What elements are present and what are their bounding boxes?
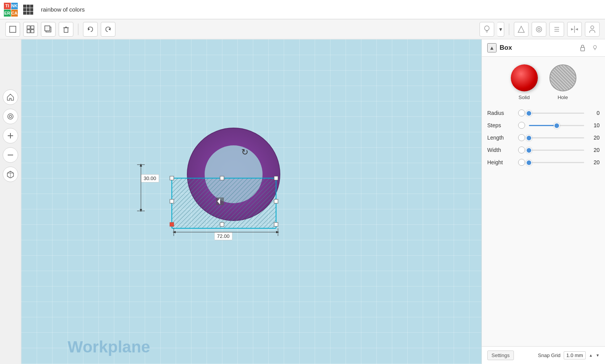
box-svg (168, 170, 280, 232)
prop-row-height: Height 20 (487, 159, 600, 166)
import-button[interactable] (23, 22, 38, 37)
svg-rect-1 (27, 5, 30, 8)
logo-ti: TI (4, 3, 11, 10)
prop-track-height[interactable] (529, 162, 584, 163)
svg-rect-6 (23, 12, 26, 15)
prop-row-steps: Steps 10 (487, 122, 600, 129)
prop-circle-length[interactable] (518, 134, 525, 141)
prop-row-radius: Radius 0 (487, 110, 600, 116)
snap-grid-down-arrow[interactable]: ▼ (596, 353, 600, 357)
svg-rect-35 (9, 115, 12, 118)
snap-grid-up-arrow[interactable]: ▲ (589, 353, 593, 357)
prop-track-steps[interactable] (529, 125, 584, 126)
prop-value-length: 20 (588, 135, 600, 141)
shape-tool-button[interactable] (514, 22, 529, 37)
svg-point-67 (593, 46, 597, 49)
type-selector: Solid Hole (482, 57, 605, 104)
panel-bottom: Settings Snap Grid 1.0 mm ▲ ▼ (482, 346, 605, 364)
svg-marker-24 (518, 26, 524, 32)
prop-circle-height[interactable] (518, 159, 525, 166)
solid-option[interactable]: Solid (511, 64, 538, 100)
add-button[interactable] (3, 128, 18, 143)
workplane-label: Workplane (68, 338, 150, 356)
svg-rect-13 (31, 30, 34, 33)
object-container[interactable]: ↻ 30.00 72.00 (153, 124, 276, 232)
svg-rect-9 (10, 26, 16, 32)
svg-marker-59 (140, 163, 142, 167)
panel-collapse-button[interactable]: ▲ (487, 43, 497, 52)
right-panel: ▲ Box Solid Hole Radius (481, 39, 605, 364)
solid-label: Solid (519, 94, 530, 100)
svg-rect-12 (27, 30, 30, 33)
svg-marker-20 (108, 28, 110, 30)
prop-track-length[interactable] (529, 137, 584, 138)
cube-button[interactable] (3, 167, 18, 182)
lightbulb-button[interactable] (480, 22, 494, 37)
app-title: rainbow of colors (41, 6, 85, 13)
subtract-button[interactable] (3, 147, 18, 163)
hole-label: Hole (558, 94, 568, 100)
prop-circle-steps[interactable] (518, 122, 525, 129)
hole-circle (549, 64, 576, 91)
svg-rect-16 (64, 28, 68, 32)
mirror-button[interactable] (567, 22, 582, 37)
svg-rect-2 (30, 5, 33, 8)
delete-button[interactable] (59, 22, 73, 37)
settings-button[interactable]: Settings (487, 351, 514, 360)
prop-track-radius[interactable] (529, 113, 584, 114)
prop-track-width[interactable] (529, 150, 584, 151)
prop-label-width: Width (487, 147, 514, 153)
circle-tool-button[interactable] (532, 22, 546, 37)
app-logo: TI NK ER CA (4, 3, 18, 17)
select-button[interactable] (3, 109, 18, 124)
panel-title: Box (500, 44, 575, 52)
new-button[interactable] (5, 22, 20, 37)
toolbar-separator-2 (509, 24, 509, 35)
panel-lock-icon[interactable] (578, 43, 587, 52)
svg-marker-64 (173, 231, 176, 233)
svg-rect-50 (274, 199, 278, 203)
svg-point-26 (538, 28, 540, 30)
prop-label-radius: Radius (487, 110, 514, 116)
svg-marker-32 (575, 28, 578, 30)
toolbar-right: ▾ (480, 22, 600, 37)
svg-rect-3 (23, 8, 26, 11)
prop-label-height: Height (487, 159, 514, 165)
svg-rect-8 (30, 12, 33, 15)
snap-grid-label: Snap Grid (538, 352, 561, 358)
properties-container: Radius 0 Steps 10 Length 20 Widt (482, 104, 605, 171)
canvas-area[interactable]: ↻ 30.00 72.00 Workplane (21, 39, 481, 364)
prop-circle-width[interactable] (518, 147, 525, 153)
panel-light-icon[interactable] (590, 43, 600, 52)
prop-circle-radius[interactable] (518, 110, 525, 116)
svg-rect-4 (27, 8, 30, 11)
hole-option[interactable]: Hole (549, 64, 576, 100)
prop-value-radius: 0 (588, 110, 600, 116)
rotation-handle[interactable]: ↻ (241, 147, 248, 157)
logo-er: ER (4, 10, 11, 17)
grid-icon (22, 4, 34, 15)
svg-rect-66 (581, 47, 585, 51)
svg-rect-7 (27, 12, 30, 15)
align-button[interactable] (549, 22, 564, 37)
prop-label-length: Length (487, 135, 514, 141)
undo-button[interactable] (83, 22, 98, 37)
person-button[interactable] (585, 22, 600, 37)
prop-row-length: Length 20 (487, 134, 600, 141)
svg-rect-47 (220, 176, 224, 180)
top-bar: TI NK ER CA rainbow of colors (0, 0, 605, 19)
prop-value-width: 20 (588, 147, 600, 153)
svg-rect-34 (8, 114, 13, 119)
redo-button[interactable] (101, 22, 115, 37)
duplicate-button[interactable] (41, 22, 56, 37)
prop-row-width: Width 20 (487, 147, 600, 153)
svg-point-21 (485, 26, 489, 30)
lightbulb-dropdown[interactable]: ▾ (497, 22, 504, 37)
svg-point-25 (536, 27, 542, 32)
snap-grid-value[interactable]: 1.0 mm (564, 351, 586, 359)
logo-ca: CA (11, 10, 18, 17)
svg-marker-60 (140, 209, 142, 212)
home-button[interactable] (3, 89, 18, 105)
svg-rect-48 (274, 176, 278, 180)
prop-label-steps: Steps (487, 122, 514, 128)
